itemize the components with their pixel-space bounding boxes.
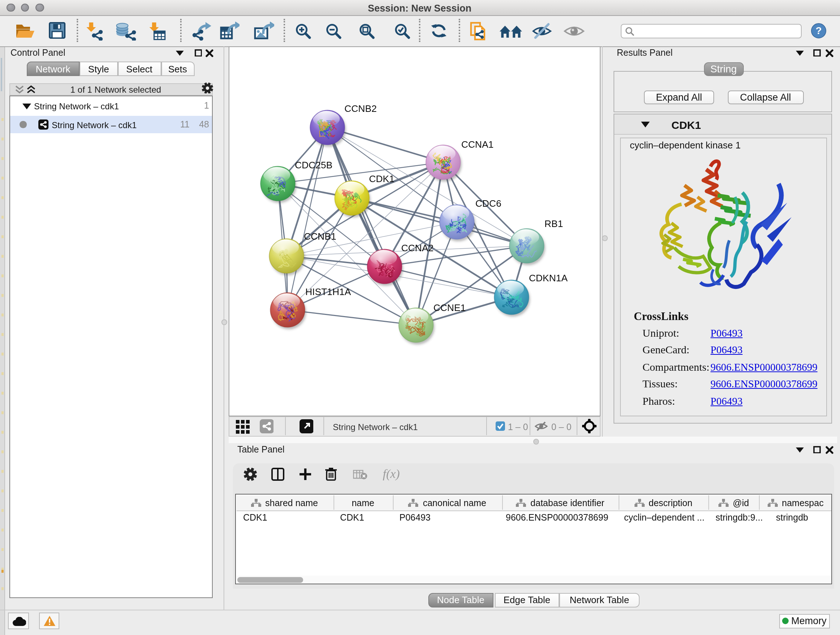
svg-text:CDK1: CDK1 xyxy=(369,173,394,184)
svg-text:CCNA2: CCNA2 xyxy=(401,242,433,253)
svg-text:CDC6: CDC6 xyxy=(475,198,501,209)
svg-text:CCNA1: CCNA1 xyxy=(461,139,493,149)
svg-text:CCNB1: CCNB1 xyxy=(304,231,336,241)
svg-text:CCNB2: CCNB2 xyxy=(344,103,377,114)
svg-text:RB1: RB1 xyxy=(545,218,563,229)
svg-text:HIST1H1A: HIST1H1A xyxy=(305,286,351,297)
svg-text:CDKN1A: CDKN1A xyxy=(529,272,568,283)
svg-text:CCNE1: CCNE1 xyxy=(433,302,466,313)
svg-text:CDC25B: CDC25B xyxy=(295,159,332,170)
